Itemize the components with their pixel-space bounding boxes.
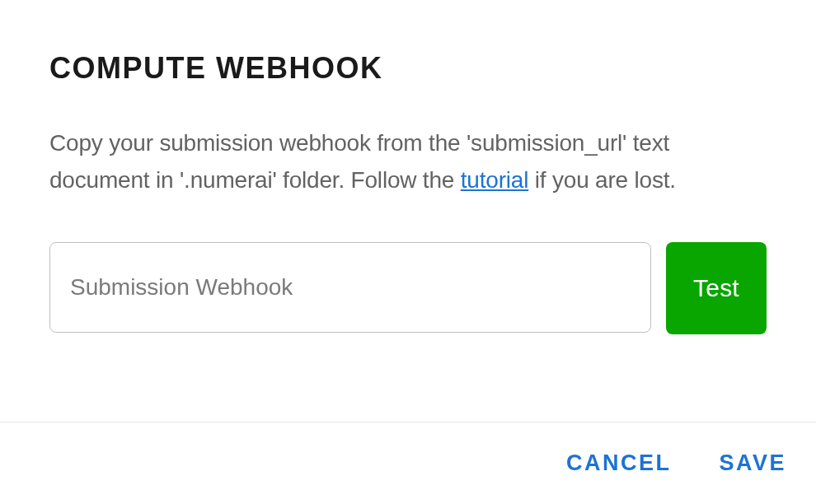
test-button[interactable]: Test — [666, 242, 767, 334]
description-suffix: if you are lost. — [528, 167, 676, 193]
submission-webhook-input[interactable] — [49, 242, 651, 333]
cancel-button[interactable]: CANCEL — [566, 450, 672, 476]
footer-actions: CANCEL SAVE — [0, 422, 816, 504]
input-row: Test — [49, 242, 767, 334]
save-button[interactable]: SAVE — [719, 450, 786, 476]
tutorial-link[interactable]: tutorial — [461, 167, 528, 193]
description-text: Copy your submission webhook from the 's… — [49, 125, 767, 199]
page-title: COMPUTE WEBHOOK — [49, 51, 767, 86]
